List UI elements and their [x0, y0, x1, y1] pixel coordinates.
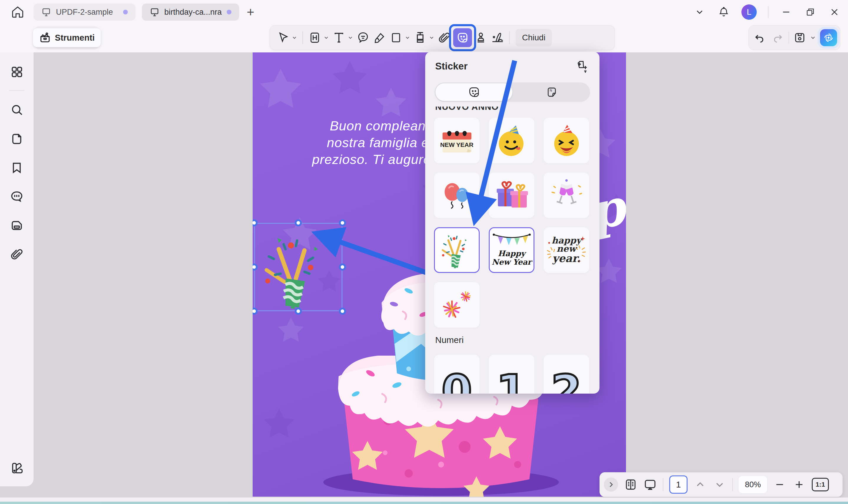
sticker-balloons[interactable]: [434, 173, 480, 218]
sticker-tool[interactable]: [453, 28, 472, 47]
save-button[interactable]: [792, 28, 807, 47]
actual-size-button[interactable]: 1:1: [812, 478, 829, 491]
collapse-bar-button[interactable]: [604, 478, 618, 492]
emoji-art: [494, 123, 529, 158]
sticker-type-tabs: N: [435, 83, 590, 102]
user-avatar[interactable]: L: [741, 4, 757, 20]
sticker-smiley-icon: [468, 86, 481, 98]
tab-emoji-stickers[interactable]: [435, 83, 512, 101]
zoom-out-button[interactable]: [773, 478, 787, 491]
status-bar: 1 80% 1:1: [599, 472, 843, 497]
text-tool-chevron[interactable]: [346, 32, 354, 43]
calendar-art: [439, 126, 474, 156]
titlebar-right: L: [693, 0, 841, 24]
close-annotate-button[interactable]: Chiudi: [516, 29, 552, 47]
close-window-button[interactable]: [828, 5, 841, 19]
home-button[interactable]: [8, 3, 27, 21]
tab-birthday-card[interactable]: birthday-ca...nral-03 (2): [142, 3, 239, 21]
paperclip-icon: [438, 31, 451, 44]
new-tab-button[interactable]: +: [247, 5, 254, 19]
sticker-champagne-toast[interactable]: [544, 173, 589, 218]
previous-page-button[interactable]: [693, 478, 707, 491]
add-pin-sticker-icon[interactable]: [574, 59, 590, 75]
resize-handle-ne[interactable]: [339, 219, 346, 227]
tools-button[interactable]: Strumenti: [33, 28, 101, 47]
tab-label: birthday-ca...nral-03 (2): [164, 8, 222, 17]
sticker-gift-boxes[interactable]: [489, 173, 535, 218]
number-0: 0: [441, 365, 472, 394]
measure-tool-chevron[interactable]: [428, 32, 435, 43]
tab-note-stickers[interactable]: N: [513, 83, 590, 102]
resize-handle-n[interactable]: [295, 219, 302, 227]
taskbar-edge-line: [0, 502, 848, 504]
measure-tool[interactable]: [413, 28, 428, 47]
zoom-level-input[interactable]: 80%: [739, 476, 767, 493]
comment-bubble-icon: [357, 31, 369, 44]
ai-swirl-icon: [823, 32, 834, 43]
resize-handle-w[interactable]: [253, 264, 258, 271]
maximize-button[interactable]: [804, 5, 817, 19]
attach-tool[interactable]: [437, 28, 452, 47]
undo-button[interactable]: [752, 28, 767, 47]
redo-button[interactable]: [770, 28, 786, 47]
placed-sticker-selection[interactable]: [254, 223, 342, 311]
resize-handle-e[interactable]: [339, 264, 346, 271]
minimize-button[interactable]: [780, 5, 793, 19]
sticker-number-1[interactable]: 1: [489, 355, 535, 394]
presentation-button[interactable]: [643, 478, 657, 491]
page-number-input[interactable]: 1: [669, 475, 687, 494]
sticker-number-0[interactable]: 0: [434, 355, 480, 394]
tab-updf-2-sample[interactable]: UPDF-2-sample: [34, 3, 136, 21]
attachment-icon[interactable]: [7, 245, 26, 264]
grid-view-icon[interactable]: [7, 62, 26, 81]
search-icon[interactable]: [7, 101, 26, 120]
page-thumbnails-icon[interactable]: [7, 129, 26, 148]
shape-tool-chevron[interactable]: [404, 32, 411, 43]
sticker-number-2[interactable]: 2: [544, 355, 589, 394]
resize-handle-nw[interactable]: [253, 219, 258, 227]
chevron-down-icon[interactable]: [693, 5, 706, 19]
signature-tool[interactable]: [490, 28, 505, 47]
select-tool[interactable]: [275, 28, 291, 47]
comments-icon[interactable]: [7, 187, 26, 206]
section-numbers: Numeri: [435, 335, 464, 345]
swatches-icon[interactable]: [7, 459, 26, 478]
sticker-happy-new-year-script[interactable]: happy new year.: [544, 227, 589, 273]
export-icon[interactable]: [7, 216, 26, 235]
stamp-tool[interactable]: [473, 28, 488, 47]
highlight-tool-chevron[interactable]: [322, 32, 330, 43]
save-options-chevron[interactable]: [809, 32, 817, 43]
sticker-new-year-calendar[interactable]: NEW YEAR: [434, 118, 480, 163]
zoom-in-button[interactable]: [792, 478, 806, 491]
script-line3: year.: [544, 253, 589, 263]
next-page-button[interactable]: [713, 478, 726, 491]
chevron-down-icon: [715, 480, 725, 490]
sticker-happy-new-year-banner[interactable]: Happy New Year: [489, 227, 535, 273]
sticker-party-hat-laugh[interactable]: [544, 118, 589, 163]
sticker-fireworks[interactable]: [434, 282, 480, 328]
bunting-art: [490, 231, 534, 249]
banner-text-line1: Happy: [490, 249, 534, 258]
resize-handle-s[interactable]: [295, 308, 302, 315]
chevron-right-icon: [607, 481, 615, 488]
notifications-bell-icon[interactable]: [717, 5, 730, 19]
greeting-line-3: prezioso. Ti auguro: [312, 152, 431, 167]
minus-icon: [775, 480, 785, 490]
ai-assistant-button[interactable]: [820, 29, 837, 46]
reading-view-button[interactable]: [624, 478, 637, 491]
section-new-year: NUOVO ANNO: [435, 107, 499, 114]
text-icon: [332, 31, 345, 44]
bookmark-icon[interactable]: [7, 158, 26, 177]
unsaved-dot: [123, 10, 128, 14]
resize-handle-se[interactable]: [339, 308, 346, 315]
sticker-party-hat-smiley[interactable]: [489, 118, 535, 163]
balloons-art: [439, 178, 475, 213]
pencil-tool[interactable]: [372, 28, 387, 47]
select-tool-chevron[interactable]: [291, 32, 298, 43]
sticker-party-popper[interactable]: [434, 227, 480, 273]
rectangle-icon: [390, 32, 402, 44]
highlight-tool[interactable]: [307, 28, 322, 47]
comment-tool[interactable]: [355, 28, 371, 47]
shape-tool[interactable]: [389, 28, 404, 47]
text-tool[interactable]: [331, 28, 346, 47]
